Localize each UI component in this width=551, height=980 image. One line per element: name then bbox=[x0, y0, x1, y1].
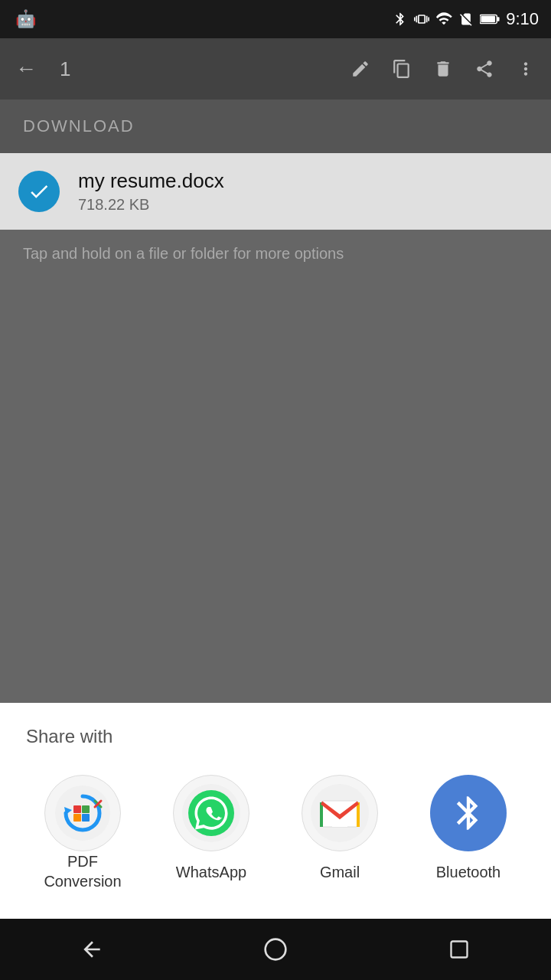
status-bar: 🤖 9:10 bbox=[0, 0, 551, 38]
whatsapp-label: WhatsApp bbox=[176, 862, 246, 882]
file-size: 718.22 KB bbox=[78, 196, 533, 214]
share-app-whatsapp[interactable]: WhatsApp bbox=[158, 775, 265, 882]
svg-rect-6 bbox=[82, 805, 90, 813]
bluetooth-status-icon bbox=[393, 11, 408, 28]
empty-space bbox=[0, 278, 551, 567]
edit-icon[interactable] bbox=[350, 59, 370, 79]
share-app-pdf[interactable]: PDF Conversion bbox=[29, 775, 136, 891]
svg-rect-8 bbox=[82, 814, 90, 822]
recents-nav-button[interactable] bbox=[429, 919, 490, 980]
share-icon[interactable] bbox=[474, 59, 494, 79]
delete-icon[interactable] bbox=[433, 59, 453, 79]
selection-count: 1 bbox=[60, 57, 328, 81]
copy-icon[interactable] bbox=[392, 59, 412, 79]
svg-rect-7 bbox=[73, 814, 81, 822]
share-app-bluetooth[interactable]: Bluetooth bbox=[415, 775, 522, 882]
share-sheet: Share with bbox=[0, 703, 551, 919]
hint-text: Tap and hold on a file or folder for mor… bbox=[23, 245, 344, 262]
svg-rect-5 bbox=[73, 805, 81, 813]
svg-rect-1 bbox=[497, 17, 500, 21]
file-checkbox bbox=[18, 171, 60, 212]
file-info: my resume.docx 718.22 KB bbox=[78, 169, 533, 214]
file-name: my resume.docx bbox=[78, 169, 533, 193]
share-app-gmail[interactable]: Gmail bbox=[286, 775, 393, 882]
bottom-nav bbox=[0, 919, 551, 980]
gmail-icon bbox=[302, 775, 378, 851]
gmail-label: Gmail bbox=[320, 862, 360, 882]
toolbar: ← 1 bbox=[0, 38, 551, 100]
back-nav-button[interactable] bbox=[61, 919, 122, 980]
share-title: Share with bbox=[18, 726, 533, 747]
battery-icon bbox=[480, 11, 500, 28]
pdf-conversion-label: PDF Conversion bbox=[29, 851, 136, 891]
file-item[interactable]: my resume.docx 718.22 KB bbox=[0, 153, 551, 230]
no-sim-icon bbox=[458, 11, 474, 28]
hint-area: Tap and hold on a file or folder for mor… bbox=[0, 230, 551, 278]
more-icon[interactable] bbox=[516, 59, 536, 79]
vibrate-icon bbox=[414, 11, 429, 28]
bluetooth-app-icon bbox=[430, 775, 507, 851]
svg-point-13 bbox=[266, 939, 286, 960]
download-label: DOWNLOAD bbox=[23, 116, 135, 136]
download-header: DOWNLOAD bbox=[0, 100, 551, 153]
wifi-icon bbox=[435, 11, 452, 28]
android-icon: 🤖 bbox=[15, 9, 36, 29]
bluetooth-label: Bluetooth bbox=[436, 862, 501, 882]
whatsapp-icon bbox=[173, 775, 249, 851]
home-nav-button[interactable] bbox=[245, 919, 306, 980]
svg-rect-14 bbox=[452, 942, 468, 958]
pdf-conversion-icon bbox=[44, 775, 121, 851]
status-time: 9:10 bbox=[506, 9, 539, 29]
back-button[interactable]: ← bbox=[15, 57, 37, 81]
share-apps: PDF Conversion WhatsApp bbox=[18, 775, 533, 891]
svg-rect-2 bbox=[481, 16, 496, 22]
